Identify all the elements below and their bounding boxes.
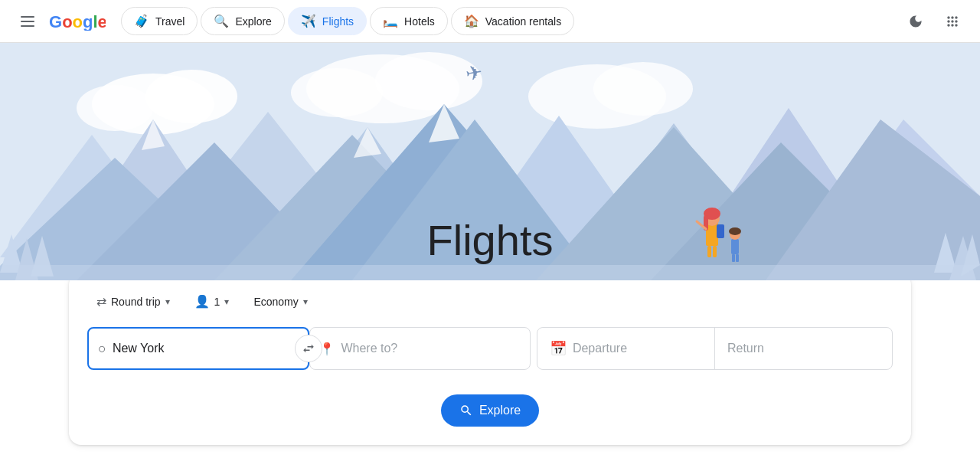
- svg-rect-48: [736, 254, 739, 262]
- return-label: Return: [727, 342, 764, 355]
- destination-field[interactable]: 📍: [309, 327, 530, 370]
- tab-explore-label: Explore: [235, 15, 271, 28]
- svg-rect-40: [717, 224, 724, 238]
- departure-calendar-icon: 📅: [550, 340, 567, 357]
- google-logo[interactable]: Google: [49, 12, 106, 31]
- tab-hotels-label: Hotels: [404, 15, 435, 28]
- svg-rect-43: [713, 246, 717, 257]
- departure-label: Departure: [573, 342, 627, 355]
- svg-rect-44: [731, 239, 739, 254]
- cabin-class-label: Economy: [253, 296, 298, 308]
- cabin-class-selector[interactable]: Economy ▾: [244, 290, 316, 314]
- svg-rect-47: [732, 254, 735, 262]
- location-inputs: ○ 📍: [87, 327, 531, 370]
- navbar: Google 🧳 Travel 🔍 Explore ✈️ Flights 🛏️ …: [0, 0, 980, 43]
- tab-travel-label: Travel: [155, 15, 185, 28]
- date-inputs: 📅 Departure Return: [537, 327, 893, 370]
- svg-rect-42: [707, 246, 711, 257]
- passengers-label: 1: [214, 296, 220, 308]
- search-inputs: ○ 📍 📅 Departure: [87, 327, 893, 370]
- swap-button[interactable]: [295, 335, 322, 362]
- travel-icon: 🧳: [134, 14, 149, 28]
- trip-type-selector[interactable]: ⇄ Round trip ▾: [87, 288, 179, 315]
- tab-vacation[interactable]: 🏠 Vacation rentals: [451, 7, 574, 35]
- flights-icon: ✈️: [301, 14, 316, 28]
- svg-point-46: [729, 227, 741, 235]
- nav-tabs: 🧳 Travel 🔍 Explore ✈️ Flights 🛏️ Hotels …: [121, 7, 900, 35]
- return-field[interactable]: Return: [715, 328, 892, 369]
- search-options: ⇄ Round trip ▾ 👤 1 ▾ Economy ▾: [87, 288, 893, 315]
- nav-right: [900, 6, 968, 37]
- passengers-selector[interactable]: 👤 1 ▾: [185, 288, 239, 315]
- trip-type-label: Round trip: [111, 296, 161, 308]
- svg-point-3: [145, 70, 237, 123]
- dark-mode-button[interactable]: [900, 6, 931, 37]
- tab-flights[interactable]: ✈️ Flights: [288, 7, 367, 35]
- svg-point-6: [375, 52, 482, 110]
- origin-icon: ○: [98, 341, 106, 357]
- passengers-chevron: ▾: [224, 296, 229, 307]
- trip-type-icon: ⇄: [96, 294, 106, 309]
- explore-icon: 🔍: [214, 14, 229, 28]
- hotels-icon: 🛏️: [383, 14, 398, 28]
- search-icon: [459, 404, 473, 417]
- svg-point-9: [593, 62, 693, 116]
- tab-vacation-label: Vacation rentals: [485, 15, 561, 28]
- explore-button[interactable]: Explore: [441, 394, 539, 427]
- hero-title: Flights: [427, 215, 554, 265]
- search-section: ⇄ Round trip ▾ 👤 1 ▾ Economy ▾ ○: [0, 273, 980, 458]
- tab-flights-label: Flights: [322, 15, 354, 28]
- origin-input[interactable]: [113, 342, 299, 355]
- trip-type-chevron: ▾: [165, 296, 170, 307]
- tab-hotels[interactable]: 🛏️ Hotels: [370, 7, 448, 35]
- search-card: ⇄ Round trip ▾ 👤 1 ▾ Economy ▾ ○: [69, 273, 911, 445]
- cabin-class-chevron: ▾: [303, 296, 308, 307]
- tab-travel[interactable]: 🧳 Travel: [121, 7, 198, 35]
- menu-button[interactable]: [12, 6, 43, 37]
- tab-explore[interactable]: 🔍 Explore: [201, 7, 284, 35]
- svg-rect-49: [0, 265, 980, 280]
- apps-button[interactable]: [937, 6, 968, 37]
- explore-label: Explore: [479, 404, 521, 417]
- passengers-icon: 👤: [194, 294, 210, 309]
- origin-field[interactable]: ○: [87, 327, 309, 370]
- hero-section: ✈: [0, 43, 980, 280]
- destination-input[interactable]: [341, 342, 520, 355]
- svg-point-4: [77, 85, 153, 131]
- departure-field[interactable]: 📅 Departure: [537, 328, 715, 369]
- vacation-icon: 🏠: [464, 14, 479, 28]
- svg-point-7: [291, 68, 383, 117]
- svg-text:Google: Google: [49, 12, 106, 31]
